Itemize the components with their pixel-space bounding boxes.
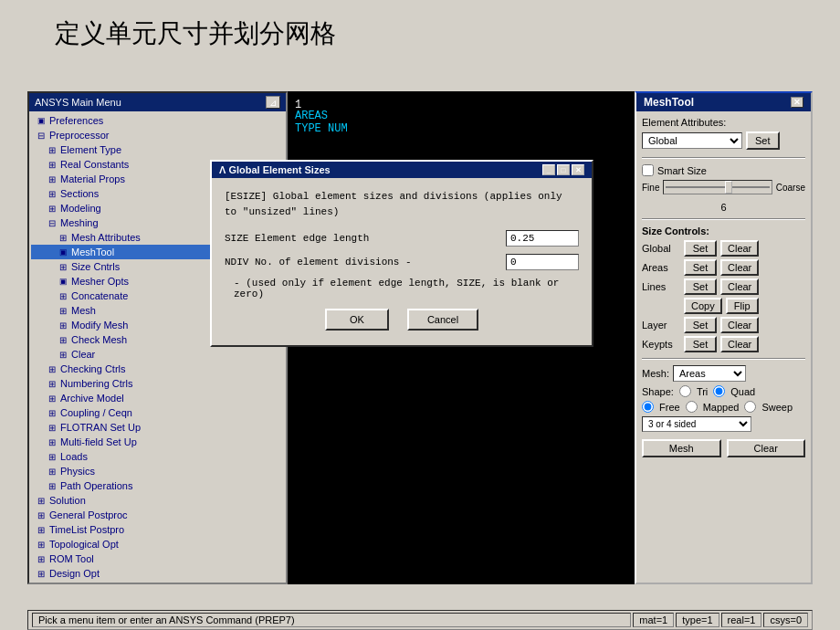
plus-icon <box>57 319 69 331</box>
sidebar-item-solution[interactable]: Solution <box>31 493 284 508</box>
tri-radio[interactable] <box>679 385 691 397</box>
plus-icon <box>57 333 69 346</box>
smart-size-label: Smart Size <box>657 165 707 176</box>
ndiv-input[interactable] <box>506 254 579 270</box>
plus-icon <box>46 392 58 404</box>
dialog-close-btn[interactable]: ✕ <box>572 164 584 175</box>
copy-btn[interactable]: Copy <box>684 298 722 314</box>
layer-set-btn[interactable]: Set <box>684 317 717 333</box>
sidebar-item-preferences[interactable]: Preferences <box>31 113 284 128</box>
mesh-btn[interactable]: Mesh <box>642 439 721 457</box>
lines-set-btn[interactable]: Set <box>684 278 717 295</box>
element-attributes-label: Element Attributes: <box>642 117 805 128</box>
global-set-btn[interactable]: Set <box>684 240 717 257</box>
meshtool-close-btn[interactable]: ✕ <box>791 97 803 108</box>
meshtool-title: MeshTool <box>644 96 694 109</box>
plus-icon <box>46 465 58 478</box>
status-prompt: Pick a menu item or enter an ANSYS Comma… <box>32 613 631 627</box>
mesh-type-row: Free Mapped Sweep <box>642 401 805 413</box>
status-bar: Pick a menu item or enter an ANSYS Comma… <box>27 610 813 630</box>
dialog-buttons: OK Cancel <box>225 309 579 334</box>
clear-mesh-btn[interactable]: Clear <box>727 439 806 457</box>
free-radio[interactable] <box>642 401 654 413</box>
lines-clear-btn[interactable]: Clear <box>720 278 759 295</box>
keypts-size-label: Keypts <box>642 339 680 350</box>
size-input[interactable] <box>506 230 579 247</box>
sided-select[interactable]: 3 or 4 sided <box>642 416 751 432</box>
keypts-set-btn[interactable]: Set <box>684 336 717 352</box>
plus-icon <box>46 421 58 434</box>
size-controls-label: Size Controls: <box>642 226 805 236</box>
plus-icon <box>57 231 69 244</box>
sidebar-item-flotran[interactable]: FLOTRAN Set Up <box>31 420 284 435</box>
plus-icon <box>35 567 47 580</box>
minus-icon <box>46 216 58 229</box>
divider-3 <box>642 358 805 360</box>
keypts-size-row: Keypts Set Clear <box>642 336 805 352</box>
smart-size-slider[interactable] <box>663 180 772 194</box>
meshtool-panel: MeshTool ✕ Element Attributes: Global Se… <box>635 91 813 584</box>
smart-size-checkbox[interactable] <box>642 164 654 176</box>
plus-icon <box>46 158 58 171</box>
sidebar-item-numbering-ctrls[interactable]: Numbering Ctrls <box>31 376 284 391</box>
plus-icon <box>46 450 58 463</box>
sidebar-item-multi-field[interactable]: Multi-field Set Up <box>31 435 284 449</box>
areas-size-row: Areas Set Clear <box>642 259 805 276</box>
plus-icon <box>35 509 47 521</box>
plus-icon <box>57 260 69 273</box>
sidebar-item-loads[interactable]: Loads <box>31 449 284 464</box>
global-dropdown-row: Global Set <box>642 131 805 150</box>
mesh-select[interactable]: Areas <box>673 365 746 382</box>
sidebar-item-physics[interactable]: Physics <box>31 464 284 478</box>
dialog-minimize-btn[interactable]: _ <box>542 164 555 175</box>
mapped-label: Mapped <box>703 402 740 413</box>
sidebar-item-clear[interactable]: Clear <box>31 347 284 362</box>
dialog-content: [ESIZE] Global element sizes and divisio… <box>212 178 592 345</box>
quad-radio[interactable] <box>713 385 725 397</box>
sidebar-item-rom-tool[interactable]: ROM Tool <box>31 551 284 566</box>
sidebar-item-preprocessor[interactable]: Preprocessor <box>31 128 284 142</box>
areas-size-label: Areas <box>642 262 680 273</box>
dialog-note: - (used only if element edge length, SIZ… <box>225 278 579 299</box>
plus-icon <box>46 173 58 185</box>
global-select[interactable]: Global <box>642 132 742 149</box>
sidebar-item-element-type[interactable]: Element Type <box>31 142 284 157</box>
sidebar-item-general-postproc[interactable]: General Postproc <box>31 508 284 522</box>
page-title: 定义单元尺寸并划分网格 <box>55 16 336 51</box>
tri-label: Tri <box>697 386 708 397</box>
lines-size-row: Lines Set Clear <box>642 278 805 295</box>
flip-btn[interactable]: Flip <box>726 298 759 314</box>
sidebar-item-coupling-ceqn[interactable]: Coupling / Ceqn <box>31 405 284 420</box>
dialog-maximize-btn[interactable]: □ <box>557 164 570 175</box>
status-csys: csys=0 <box>763 613 808 627</box>
global-clear-btn[interactable]: Clear <box>720 240 759 257</box>
layer-clear-btn[interactable]: Clear <box>720 317 759 333</box>
dialog-description: [ESIZE] Global element sizes and divisio… <box>225 189 579 219</box>
sidebar-item-checking-ctrls[interactable]: Checking Ctrls <box>31 362 284 376</box>
plus-icon <box>35 552 47 565</box>
global-size-row: Global Set Clear <box>642 240 805 257</box>
element-set-button[interactable]: Set <box>746 131 780 150</box>
coarse-label: Coarse <box>776 183 805 193</box>
dialog-title: Λ Global Element Sizes <box>219 164 331 175</box>
plus-icon <box>35 538 47 551</box>
global-size-label: Global <box>642 243 680 254</box>
left-panel-collapse-btn[interactable]: ⊿ <box>266 96 280 109</box>
sidebar-item-timelist[interactable]: TimeList Postpro <box>31 522 284 537</box>
cancel-button[interactable]: Cancel <box>407 309 478 331</box>
sidebar-item-design-opt[interactable]: Design Opt <box>31 566 284 581</box>
areas-set-btn[interactable]: Set <box>684 259 717 276</box>
keypts-clear-btn[interactable]: Clear <box>720 336 759 352</box>
ok-button[interactable]: OK <box>325 309 389 331</box>
areas-clear-btn[interactable]: Clear <box>720 259 759 276</box>
shape-label: Shape: <box>642 386 674 397</box>
plus-icon <box>57 289 69 302</box>
mesh-buttons-row: Mesh Clear <box>642 439 805 457</box>
mapped-radio[interactable] <box>686 401 698 413</box>
sidebar-item-topological-opt[interactable]: Topological Opt <box>31 537 284 551</box>
size-label: SIZE Element edge length <box>225 233 500 244</box>
sidebar-item-path-operations[interactable]: Path Operations <box>31 478 284 493</box>
shape-row: Shape: Tri Quad <box>642 385 805 397</box>
sidebar-item-archive-model[interactable]: Archive Model <box>31 391 284 405</box>
sweep-radio[interactable] <box>744 401 756 413</box>
